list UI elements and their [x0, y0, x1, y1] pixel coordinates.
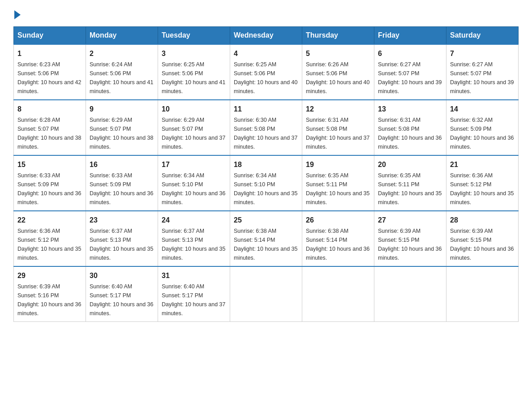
column-header-saturday: Saturday	[446, 27, 519, 45]
calendar-week-row: 29 Sunrise: 6:39 AMSunset: 5:16 PMDaylig…	[14, 266, 519, 322]
calendar-cell: 18 Sunrise: 6:34 AMSunset: 5:10 PMDaylig…	[230, 155, 302, 211]
calendar-cell	[374, 266, 446, 322]
calendar-cell: 17 Sunrise: 6:34 AMSunset: 5:10 PMDaylig…	[158, 155, 230, 211]
day-info: Sunrise: 6:29 AMSunset: 5:07 PMDaylight:…	[90, 116, 154, 151]
day-number: 19	[306, 159, 370, 170]
column-header-tuesday: Tuesday	[158, 27, 230, 45]
day-info: Sunrise: 6:40 AMSunset: 5:17 PMDaylight:…	[90, 282, 154, 318]
calendar-cell: 20 Sunrise: 6:35 AMSunset: 5:11 PMDaylig…	[374, 155, 446, 211]
day-info: Sunrise: 6:33 AMSunset: 5:09 PMDaylight:…	[90, 171, 154, 207]
day-number: 10	[162, 104, 226, 115]
day-number: 20	[378, 159, 442, 170]
day-number: 30	[90, 270, 154, 281]
calendar-cell: 26 Sunrise: 6:38 AMSunset: 5:14 PMDaylig…	[302, 211, 374, 266]
column-header-sunday: Sunday	[14, 27, 86, 45]
day-number: 28	[450, 215, 515, 226]
day-info: Sunrise: 6:25 AMSunset: 5:06 PMDaylight:…	[162, 60, 226, 96]
calendar-week-row: 15 Sunrise: 6:33 AMSunset: 5:09 PMDaylig…	[14, 155, 519, 211]
calendar-cell: 10 Sunrise: 6:29 AMSunset: 5:07 PMDaylig…	[158, 100, 230, 155]
logo-arrow-icon	[14, 10, 21, 19]
calendar-cell: 12 Sunrise: 6:31 AMSunset: 5:08 PMDaylig…	[302, 100, 374, 155]
day-number: 18	[234, 159, 298, 170]
calendar-cell: 6 Sunrise: 6:27 AMSunset: 5:07 PMDayligh…	[374, 44, 446, 100]
day-number: 11	[234, 104, 298, 115]
calendar-cell: 29 Sunrise: 6:39 AMSunset: 5:16 PMDaylig…	[14, 266, 86, 322]
day-info: Sunrise: 6:39 AMSunset: 5:15 PMDaylight:…	[450, 227, 515, 262]
calendar-cell: 3 Sunrise: 6:25 AMSunset: 5:06 PMDayligh…	[158, 44, 230, 100]
day-number: 16	[90, 159, 154, 170]
calendar-cell: 31 Sunrise: 6:40 AMSunset: 5:17 PMDaylig…	[158, 266, 230, 322]
day-info: Sunrise: 6:34 AMSunset: 5:10 PMDaylight:…	[234, 171, 298, 207]
calendar-cell: 4 Sunrise: 6:25 AMSunset: 5:06 PMDayligh…	[230, 44, 302, 100]
day-number: 7	[450, 48, 515, 59]
day-info: Sunrise: 6:32 AMSunset: 5:09 PMDaylight:…	[450, 116, 515, 151]
day-number: 23	[90, 215, 154, 226]
calendar-cell: 27 Sunrise: 6:39 AMSunset: 5:15 PMDaylig…	[374, 211, 446, 266]
day-info: Sunrise: 6:33 AMSunset: 5:09 PMDaylight:…	[17, 171, 82, 207]
day-number: 17	[162, 159, 226, 170]
day-info: Sunrise: 6:36 AMSunset: 5:12 PMDaylight:…	[17, 227, 82, 262]
day-number: 31	[162, 270, 226, 281]
calendar-cell: 30 Sunrise: 6:40 AMSunset: 5:17 PMDaylig…	[86, 266, 158, 322]
column-header-monday: Monday	[86, 27, 158, 45]
day-info: Sunrise: 6:37 AMSunset: 5:13 PMDaylight:…	[90, 227, 154, 262]
day-info: Sunrise: 6:27 AMSunset: 5:07 PMDaylight:…	[378, 60, 442, 96]
column-header-wednesday: Wednesday	[230, 27, 302, 45]
calendar-cell: 11 Sunrise: 6:30 AMSunset: 5:08 PMDaylig…	[230, 100, 302, 155]
calendar-cell: 24 Sunrise: 6:37 AMSunset: 5:13 PMDaylig…	[158, 211, 230, 266]
day-number: 26	[306, 215, 370, 226]
day-number: 24	[162, 215, 226, 226]
day-number: 3	[162, 48, 226, 59]
calendar-cell: 19 Sunrise: 6:35 AMSunset: 5:11 PMDaylig…	[302, 155, 374, 211]
day-number: 4	[234, 48, 298, 59]
day-info: Sunrise: 6:38 AMSunset: 5:14 PMDaylight:…	[306, 227, 370, 262]
day-number: 22	[17, 215, 82, 226]
day-info: Sunrise: 6:27 AMSunset: 5:07 PMDaylight:…	[450, 60, 515, 96]
calendar-cell	[230, 266, 302, 322]
calendar-cell: 14 Sunrise: 6:32 AMSunset: 5:09 PMDaylig…	[446, 100, 519, 155]
calendar-week-row: 22 Sunrise: 6:36 AMSunset: 5:12 PMDaylig…	[14, 211, 519, 266]
day-number: 25	[234, 215, 298, 226]
day-info: Sunrise: 6:38 AMSunset: 5:14 PMDaylight:…	[234, 227, 298, 262]
day-number: 9	[90, 104, 154, 115]
day-info: Sunrise: 6:36 AMSunset: 5:12 PMDaylight:…	[450, 171, 515, 207]
day-info: Sunrise: 6:40 AMSunset: 5:17 PMDaylight:…	[162, 282, 226, 318]
calendar-cell: 8 Sunrise: 6:28 AMSunset: 5:07 PMDayligh…	[14, 100, 86, 155]
day-number: 27	[378, 215, 442, 226]
calendar-cell: 1 Sunrise: 6:23 AMSunset: 5:06 PMDayligh…	[14, 44, 86, 100]
calendar-cell: 2 Sunrise: 6:24 AMSunset: 5:06 PMDayligh…	[86, 44, 158, 100]
column-header-friday: Friday	[374, 27, 446, 45]
day-info: Sunrise: 6:31 AMSunset: 5:08 PMDaylight:…	[306, 116, 370, 151]
page-header	[13, 9, 519, 17]
calendar-cell: 16 Sunrise: 6:33 AMSunset: 5:09 PMDaylig…	[86, 155, 158, 211]
calendar-cell: 23 Sunrise: 6:37 AMSunset: 5:13 PMDaylig…	[86, 211, 158, 266]
day-number: 29	[17, 270, 82, 281]
day-number: 2	[90, 48, 154, 59]
calendar-cell: 25 Sunrise: 6:38 AMSunset: 5:14 PMDaylig…	[230, 211, 302, 266]
day-info: Sunrise: 6:39 AMSunset: 5:15 PMDaylight:…	[378, 227, 442, 262]
calendar-cell: 13 Sunrise: 6:31 AMSunset: 5:08 PMDaylig…	[374, 100, 446, 155]
day-info: Sunrise: 6:35 AMSunset: 5:11 PMDaylight:…	[378, 171, 442, 207]
day-info: Sunrise: 6:30 AMSunset: 5:08 PMDaylight:…	[234, 116, 298, 151]
day-info: Sunrise: 6:39 AMSunset: 5:16 PMDaylight:…	[17, 282, 82, 318]
day-number: 13	[378, 104, 442, 115]
calendar-cell: 15 Sunrise: 6:33 AMSunset: 5:09 PMDaylig…	[14, 155, 86, 211]
logo	[13, 9, 21, 17]
day-info: Sunrise: 6:28 AMSunset: 5:07 PMDaylight:…	[17, 116, 82, 151]
day-info: Sunrise: 6:25 AMSunset: 5:06 PMDaylight:…	[234, 60, 298, 96]
day-info: Sunrise: 6:24 AMSunset: 5:06 PMDaylight:…	[90, 60, 154, 96]
day-number: 21	[450, 159, 515, 170]
day-number: 6	[378, 48, 442, 59]
calendar-cell: 28 Sunrise: 6:39 AMSunset: 5:15 PMDaylig…	[446, 211, 519, 266]
calendar-cell: 22 Sunrise: 6:36 AMSunset: 5:12 PMDaylig…	[14, 211, 86, 266]
day-info: Sunrise: 6:35 AMSunset: 5:11 PMDaylight:…	[306, 171, 370, 207]
day-number: 15	[17, 159, 82, 170]
calendar-header-row: SundayMondayTuesdayWednesdayThursdayFrid…	[14, 27, 519, 45]
calendar-table: SundayMondayTuesdayWednesdayThursdayFrid…	[13, 26, 519, 322]
calendar-cell	[446, 266, 519, 322]
calendar-cell: 5 Sunrise: 6:26 AMSunset: 5:06 PMDayligh…	[302, 44, 374, 100]
day-number: 1	[17, 48, 82, 59]
day-info: Sunrise: 6:37 AMSunset: 5:13 PMDaylight:…	[162, 227, 226, 262]
day-info: Sunrise: 6:31 AMSunset: 5:08 PMDaylight:…	[378, 116, 442, 151]
calendar-cell	[302, 266, 374, 322]
